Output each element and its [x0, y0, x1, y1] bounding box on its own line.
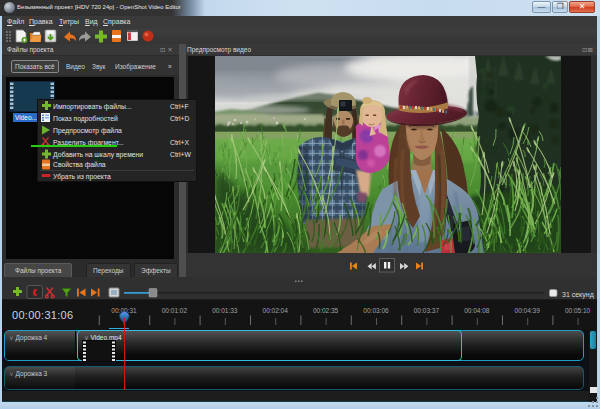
- svg-text:00:03:37: 00:03:37: [414, 307, 440, 314]
- svg-text:31 секунд: 31 секунд: [562, 291, 594, 299]
- svg-text:00:02:35: 00:02:35: [313, 307, 339, 314]
- svg-text:00:04:39: 00:04:39: [515, 307, 541, 314]
- svg-text:Video...: Video...: [15, 114, 37, 121]
- svg-text:00:01:33: 00:01:33: [212, 307, 238, 314]
- svg-text:00:01:02: 00:01:02: [162, 307, 188, 314]
- svg-text:00:02:04: 00:02:04: [263, 307, 289, 314]
- svg-text:00:03:06: 00:03:06: [363, 307, 389, 314]
- svg-text:00:05:10: 00:05:10: [565, 307, 591, 314]
- svg-text:00:04:08: 00:04:08: [464, 307, 490, 314]
